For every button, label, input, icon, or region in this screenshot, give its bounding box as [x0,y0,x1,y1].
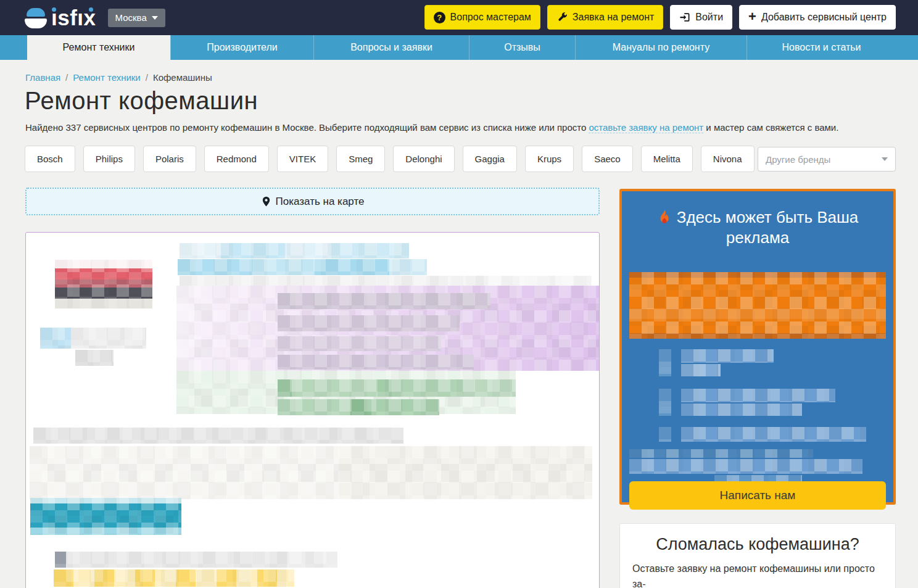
redacted-title-line [178,259,427,275]
city-selector[interactable]: Москва [108,9,165,27]
redacted-ad-line [681,404,802,416]
brand-chip-delonghi[interactable]: Delonghi [393,146,454,172]
redacted-ad-bullet [659,349,671,376]
ad-banner: Здесь может быть Ваша реклама Написать н… [619,189,896,505]
city-label: Москва [115,12,147,23]
top-header: ısfıx Москва ? Вопрос мастерам Заявка на… [0,0,918,35]
brand-chip-polaris[interactable]: Polaris [143,146,196,172]
other-brands-select[interactable]: Другие бренды [758,147,896,172]
redacted-ad-line [629,449,813,458]
page-title: Ремонт кофемашин [25,87,258,115]
tab-news-articles[interactable]: Новости и статьи [746,35,896,60]
service-list-card [25,232,600,588]
broken-machine-card: Сломалась кофемашина? Оставьте заявку на… [619,523,896,588]
redacted-green-tags [278,399,439,415]
brand-chip-bosch[interactable]: Bosch [25,146,75,172]
show-on-map-button[interactable]: Показать на карте [25,188,600,215]
redacted-meta-block [75,350,114,366]
redacted-provider-logo [55,260,152,308]
redacted-detail-line [278,293,490,309]
redacted-phone-button [30,498,181,535]
tab-questions-requests[interactable]: Вопросы и заявки [313,35,469,60]
ad-title: Здесь может быть Ваша реклама [622,207,893,248]
redacted-ad-bullet [659,389,671,416]
flame-icon [657,209,672,225]
wrench-icon [556,12,568,23]
brand-chip-philips[interactable]: Philips [83,146,135,172]
redacted-meta-block [40,328,71,349]
brand-chip-nivona[interactable]: Nivona [701,146,755,172]
redacted-detail-line [278,336,441,351]
redacted-text-line [33,428,403,444]
redacted-meta-block [71,328,146,349]
tab-reviews[interactable]: Отзывы [469,35,575,60]
redacted-ad-line [681,364,721,376]
breadcrumb-separator: / [65,72,68,83]
main-nav: Ремонт техники Производители Вопросы и з… [0,35,918,60]
login-icon [679,12,690,23]
breadcrumb-current: Кофемашины [153,72,212,83]
redacted-ad-bullet [659,427,671,442]
redacted-faint-band [30,446,592,499]
brand-chip-redmond[interactable]: Redmond [204,146,269,172]
redacted-review-line [55,552,337,568]
redacted-title-line [180,243,409,259]
redacted-ad-line [681,427,866,442]
redacted-ad-line [629,459,862,474]
tab-repair-manuals[interactable]: Мануалы по ремонту [575,35,746,60]
repair-request-button[interactable]: Заявка на ремонт [547,5,663,30]
map-pin-icon [261,195,271,208]
redacted-ad-image [629,272,886,339]
brand-chip-krups[interactable]: Krups [525,146,574,172]
header-actions: ? Вопрос мастерам Заявка на ремонт Войти… [424,5,896,30]
redacted-detail-line [278,355,474,370]
brand-filter: Bosch Philips Polaris Redmond VITEK Smeg… [25,146,755,172]
brand-chip-saeco[interactable]: Saeco [582,146,633,172]
chevron-down-icon [152,16,158,20]
brand-chip-melitta[interactable]: Melitta [641,146,693,172]
select-caret-icon [882,157,888,161]
app-logo[interactable]: ısfıx [25,7,96,29]
redacted-ad-line [681,389,835,402]
plus-icon: + [748,10,756,23]
brand-chip-smeg[interactable]: Smeg [336,146,385,172]
brand-chip-gaggia[interactable]: Gaggia [463,146,517,172]
question-icon: ? [434,12,445,23]
cta-text: Оставьте заявку на ремонт кофемашины или… [632,561,883,588]
redacted-rating-stars [54,569,294,587]
tab-manufacturers[interactable]: Производители [170,35,313,60]
tab-repair-tech[interactable]: Ремонт техники [27,35,170,60]
breadcrumb: Главная / Ремонт техники / Кофемашины [25,72,212,83]
breadcrumb-link-repair[interactable]: Ремонт техники [73,72,140,83]
nav-spacer [0,35,27,60]
cta-title: Сломалась кофемашина? [632,535,883,554]
brand-chip-vitek[interactable]: VITEK [277,146,328,172]
breadcrumb-link-home[interactable]: Главная [25,72,60,83]
redacted-detail-line [278,315,460,331]
add-service-center-button[interactable]: + Добавить сервисный центр [739,5,896,30]
redacted-green-tags [278,379,516,397]
login-button[interactable]: Войти [670,5,732,30]
logo-mark-icon [25,7,47,29]
redacted-ad-line [681,349,774,363]
write-us-button[interactable]: Написать нам [629,481,886,510]
question-masters-button[interactable]: ? Вопрос мастерам [424,5,540,30]
page-intro: Найдено 337 сервисных центров по ремонту… [25,122,895,133]
leave-request-link[interactable]: оставьте заявку на ремонт [589,122,703,133]
breadcrumb-separator: / [146,72,148,83]
logo-text: ısfıx [51,7,96,28]
